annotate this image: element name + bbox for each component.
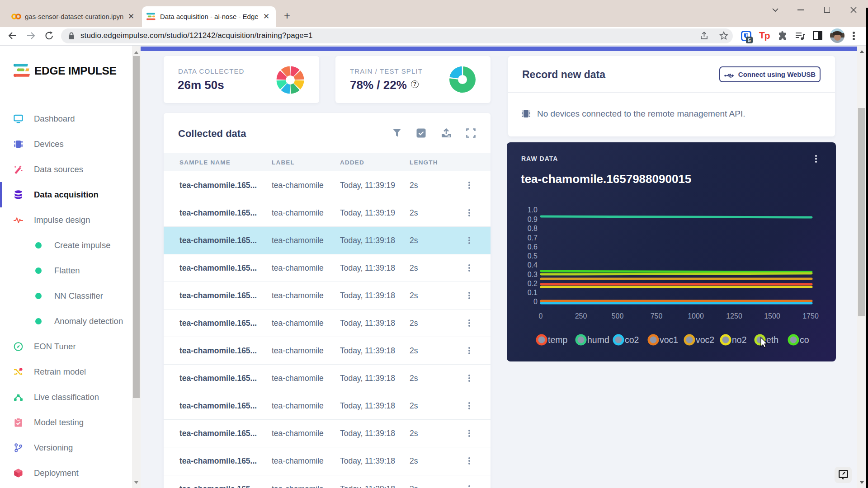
svg-text:750: 750 <box>651 312 663 320</box>
svg-text:1.0: 1.0 <box>528 206 538 214</box>
svg-text:1750: 1750 <box>802 312 819 320</box>
svg-text:0: 0 <box>539 312 543 320</box>
svg-text:0.4: 0.4 <box>528 261 538 269</box>
svg-text:1250: 1250 <box>726 312 742 320</box>
svg-text:0: 0 <box>533 298 538 305</box>
svg-text:temp: temp <box>548 335 568 345</box>
svg-text:1000: 1000 <box>688 312 704 320</box>
svg-text:no2: no2 <box>732 335 747 345</box>
svg-text:voc2: voc2 <box>696 335 714 345</box>
svg-text:0.8: 0.8 <box>528 225 538 232</box>
svg-text:eth: eth <box>766 335 778 345</box>
svg-text:0.6: 0.6 <box>528 243 538 251</box>
svg-text:0.2: 0.2 <box>528 280 538 287</box>
svg-text:co: co <box>800 335 809 345</box>
svg-text:1500: 1500 <box>764 312 780 320</box>
svg-text:500: 500 <box>612 312 624 320</box>
svg-text:0.7: 0.7 <box>528 234 538 242</box>
svg-text:250: 250 <box>575 312 587 320</box>
svg-text:0.1: 0.1 <box>528 289 538 296</box>
svg-text:voc1: voc1 <box>660 335 678 345</box>
svg-text:0.5: 0.5 <box>528 252 538 260</box>
svg-text:0.9: 0.9 <box>528 216 538 223</box>
svg-text:humd: humd <box>587 335 609 345</box>
svg-text:0.3: 0.3 <box>528 271 538 278</box>
svg-text:co2: co2 <box>625 335 639 345</box>
